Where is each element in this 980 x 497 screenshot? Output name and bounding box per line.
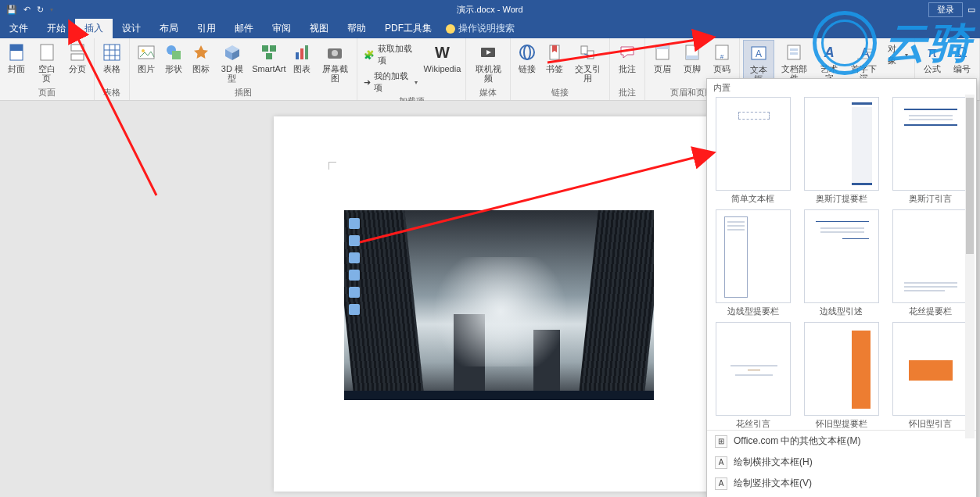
get-addins-button[interactable]: 🧩获取加载项	[361, 41, 421, 68]
svg-rect-21	[300, 48, 303, 59]
group-tables: 表格 表格	[95, 38, 130, 100]
undo-icon[interactable]: ↶	[23, 5, 31, 15]
screenshot-button[interactable]: 屏幕截图	[316, 40, 353, 84]
footer-button[interactable]: 页脚	[678, 40, 706, 75]
tab-home[interactable]: 开始	[38, 19, 75, 38]
cover-page-button[interactable]: 封面	[3, 40, 30, 75]
gallery-item-retro-sidebar[interactable]: 怀旧型提要栏	[800, 322, 882, 430]
table-icon	[101, 41, 123, 63]
online-video-button[interactable]: 联机视频	[469, 40, 507, 84]
tell-me-label: 操作说明搜索	[458, 22, 515, 35]
gallery-item-austin-quote[interactable]: 奥斯汀引言	[889, 97, 971, 205]
cross-ref-button[interactable]: 交叉引用	[569, 40, 605, 84]
quickparts-icon	[783, 41, 805, 63]
gallery-item-border-quote[interactable]: 边线型引述	[800, 209, 882, 317]
dropdown-scrollbar[interactable]	[965, 95, 975, 438]
link-button[interactable]: 链接	[514, 40, 540, 75]
svg-rect-42	[790, 52, 798, 55]
dropdown-section-label: 内置	[707, 79, 976, 97]
blank-page-icon	[36, 41, 58, 63]
svg-rect-35	[686, 55, 698, 59]
page-break-button[interactable]: 分页	[64, 40, 91, 75]
group-label-comments: 批注	[619, 87, 636, 100]
more-office-textboxes[interactable]: ⊞Office.com 中的其他文本框(M)	[707, 431, 976, 452]
footer-icon	[681, 41, 703, 63]
link-icon	[516, 41, 538, 63]
tab-help[interactable]: 帮助	[338, 19, 375, 38]
chart-button[interactable]: 图表	[289, 40, 314, 75]
textbox-icon: A	[748, 42, 770, 64]
ribbon-tabs: 文件 开始 插入 设计 布局 引用 邮件 审阅 视图 帮助 PDF工具集 操作说…	[0, 19, 980, 38]
object-button[interactable]: 对象▾	[885, 41, 911, 68]
svg-rect-17	[262, 45, 268, 52]
tab-insert[interactable]: 插入	[75, 19, 113, 38]
header-button[interactable]: 页眉	[648, 40, 677, 75]
tell-me-search[interactable]: 操作说明搜索	[446, 19, 515, 38]
svg-rect-41	[790, 48, 798, 51]
save-icon[interactable]: 💾	[6, 5, 17, 15]
qat-dropdown-icon[interactable]: ▾	[50, 6, 53, 13]
svg-rect-20	[296, 52, 299, 59]
draw-horizontal-textbox[interactable]: A绘制横排文本框(H)	[707, 452, 976, 473]
smartart-button[interactable]: SmartArt	[250, 40, 287, 75]
gallery-item-simple[interactable]: 简单文本框	[712, 97, 794, 205]
tab-layout[interactable]: 布局	[150, 19, 188, 38]
tab-references[interactable]: 引用	[188, 19, 225, 38]
gallery-item-filigree-sidebar[interactable]: 花丝提要栏	[889, 209, 971, 317]
symbol-icon: Ω	[951, 41, 973, 63]
group-links: 链接 书签 交叉引用 链接	[511, 38, 610, 100]
cube-icon	[221, 41, 243, 63]
document-page[interactable]	[274, 116, 712, 492]
gallery-item-retro-quote[interactable]: 怀旧型引言	[889, 322, 971, 430]
table-button[interactable]: 表格	[98, 40, 126, 75]
tab-view[interactable]: 视图	[300, 19, 338, 38]
video-icon	[477, 41, 499, 63]
login-button[interactable]: 登录	[928, 2, 963, 17]
redo-icon[interactable]: ↻	[37, 5, 44, 15]
group-illustrations: 图片 形状 图标 3D 模型 SmartArt 图表 屏幕截图 插图	[130, 38, 357, 100]
svg-point-24	[332, 50, 338, 56]
lightbulb-icon	[446, 24, 455, 34]
wordart-icon: A	[818, 41, 840, 63]
header-icon	[652, 41, 673, 63]
symbol-button[interactable]: Ω编号	[948, 40, 976, 75]
draw-vertical-textbox[interactable]: A绘制竖排文本框(V)	[707, 473, 976, 494]
gallery-item-austin-sidebar[interactable]: 奥斯汀提要栏	[800, 97, 882, 205]
ribbon-options-icon[interactable]: ▭	[967, 5, 975, 15]
comment-button[interactable]: 批注	[613, 40, 641, 75]
equation-button[interactable]: π公式	[918, 40, 946, 75]
gallery-item-filigree-quote[interactable]: 花丝引言	[712, 322, 794, 430]
office-icon: ⊞	[715, 435, 727, 448]
bookmark-button[interactable]: 书签	[541, 40, 567, 75]
inserted-image[interactable]	[344, 210, 654, 400]
shapes-icon	[163, 41, 185, 63]
tab-mailings[interactable]: 邮件	[225, 19, 263, 38]
blank-page-button[interactable]: 空白页	[31, 40, 62, 84]
group-label-pages: 页面	[38, 87, 56, 100]
3d-model-button[interactable]: 3D 模型	[215, 40, 249, 84]
tab-review[interactable]: 审阅	[263, 19, 300, 38]
store-icon: 🧩	[364, 50, 375, 60]
svg-text:A: A	[756, 48, 762, 59]
quick-access-toolbar: 💾 ↶ ↻ ▾	[0, 5, 53, 15]
picture-button[interactable]: 图片	[133, 40, 159, 75]
wikipedia-icon: W	[431, 41, 453, 63]
bookmark-icon	[544, 41, 565, 63]
chart-icon	[291, 41, 313, 63]
gallery-item-border-sidebar[interactable]: 边线型提要栏	[712, 209, 794, 317]
page-number-button[interactable]: #页码	[708, 40, 736, 75]
page-break-icon	[66, 41, 88, 63]
my-addins-button[interactable]: ➜我的加载项▾	[361, 69, 421, 95]
tab-design[interactable]: 设计	[113, 19, 150, 38]
svg-rect-1	[10, 45, 23, 51]
wikipedia-button[interactable]: WWikipedia	[422, 40, 463, 75]
icons-button[interactable]: 图标	[188, 40, 214, 75]
svg-rect-5	[104, 45, 120, 60]
tab-file[interactable]: 文件	[0, 19, 38, 38]
tab-pdf-tools[interactable]: PDF工具集	[375, 19, 441, 38]
picture-icon	[135, 41, 157, 63]
group-pages: 封面 空白页 分页 页面	[0, 38, 95, 100]
svg-rect-13	[172, 51, 181, 59]
svg-rect-19	[266, 53, 272, 59]
shapes-button[interactable]: 形状	[160, 40, 186, 75]
